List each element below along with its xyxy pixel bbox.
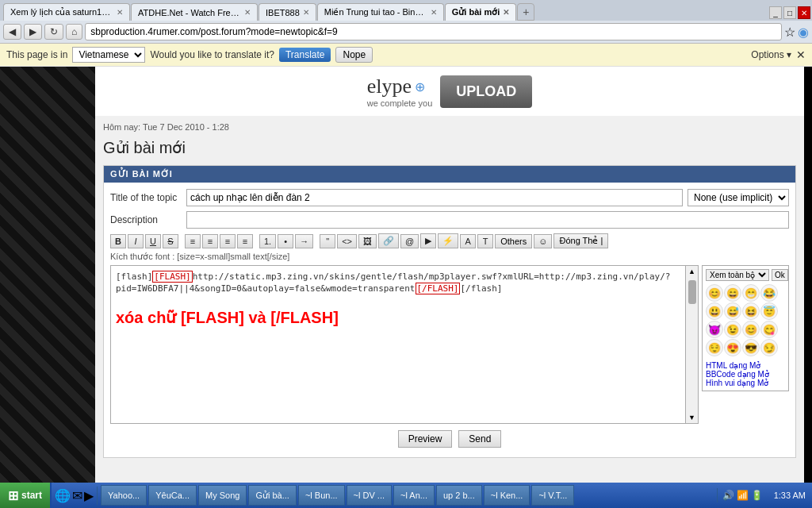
bbcode-link[interactable]: BBCode dạng Mở — [706, 370, 785, 379]
scroll-down-icon[interactable]: ▼ — [687, 412, 697, 423]
translate-button[interactable]: Translate — [279, 48, 331, 62]
align-left-button[interactable]: ≡ — [185, 234, 201, 248]
translate-close-icon[interactable]: ✕ — [796, 48, 806, 61]
emoji-cell[interactable]: 😁 — [742, 284, 760, 302]
taskbar-item-yahoo[interactable]: Yahoo... — [101, 485, 147, 506]
hinh-vui-link[interactable]: Hình vui dạng Mở — [706, 379, 785, 387]
tab-4-close[interactable]: ✕ — [431, 8, 437, 17]
underline-button[interactable]: U — [145, 234, 161, 248]
bold-button[interactable]: B — [110, 234, 126, 248]
translate-question: Would you like to translate it? — [150, 49, 274, 60]
taskbar-item-yeuca[interactable]: YêuCa... — [148, 485, 197, 506]
emoji-cell[interactable]: 😏 — [760, 339, 778, 356]
emoji-cell[interactable]: 😍 — [724, 339, 741, 356]
nope-button[interactable]: Nope — [335, 47, 373, 63]
date-line: Hôm nay: Tue 7 Dec 2010 - 1:28 — [103, 122, 796, 132]
send-button[interactable]: Send — [458, 430, 501, 448]
options-label[interactable]: Options ▾ — [751, 49, 791, 60]
unordered-list-button[interactable]: • — [278, 234, 293, 248]
emoji-cell[interactable]: 😅 — [724, 302, 741, 320]
align-justify-button[interactable]: ≡ — [237, 234, 253, 248]
tab-5-close[interactable]: ✕ — [503, 8, 509, 17]
emoji-cell[interactable]: 😆 — [742, 302, 760, 320]
bookmark-star-icon[interactable]: ☆ — [784, 25, 795, 40]
emoji-cell[interactable]: 😄 — [724, 284, 741, 302]
tray-icon-2[interactable]: 📶 — [737, 490, 749, 501]
title-input[interactable] — [186, 189, 683, 206]
taskbar-item-vt[interactable]: ~l V.T... — [531, 485, 574, 506]
media-icon[interactable]: ▶ — [84, 488, 94, 503]
tab-1-close[interactable]: ✕ — [117, 8, 123, 17]
taskbar-item-an[interactable]: ~l An... — [393, 485, 435, 506]
emoji-view-select[interactable]: Xem toàn bộ — [706, 269, 769, 281]
preview-button[interactable]: Preview — [398, 430, 453, 448]
size-button[interactable]: T — [477, 234, 493, 248]
img-button[interactable]: 🖼 — [358, 234, 377, 248]
tray-icon-1[interactable]: 🔊 — [722, 490, 734, 501]
emoji-cell[interactable]: 😊 — [742, 321, 760, 338]
ie-icon[interactable]: 🌐 — [55, 488, 71, 503]
taskbar-item-dv[interactable]: ~l DV ... — [347, 485, 392, 506]
tab-2[interactable]: ATDHE.Net - Watch Free Li... ✕ — [131, 3, 258, 21]
taskbar-item-mysong[interactable]: My Song — [198, 485, 247, 506]
editor-area[interactable]: [flash][FLASH]http://static.mp3.zing.vn/… — [110, 265, 686, 424]
email-icon[interactable]: ✉ — [72, 488, 82, 503]
emoji-cell[interactable]: 😋 — [760, 321, 778, 338]
indent-button[interactable]: → — [295, 234, 313, 248]
emoji-cell[interactable]: 😃 — [706, 302, 723, 320]
emoji-cell[interactable]: 😂 — [760, 284, 778, 302]
home-button[interactable]: ⌂ — [66, 24, 82, 40]
forward-button[interactable]: ▶ — [24, 24, 42, 40]
quote-button[interactable]: " — [320, 234, 335, 248]
tab-5[interactable]: Gửi bài mới ✕ — [445, 3, 516, 21]
editor-scrollbar[interactable]: ▲ ▼ — [686, 265, 699, 424]
ordered-list-button[interactable]: 1. — [259, 234, 276, 248]
emoji-cell[interactable]: 😊 — [706, 284, 723, 302]
tab-2-close[interactable]: ✕ — [244, 8, 251, 17]
emoji-cell[interactable]: 😈 — [706, 321, 723, 338]
quick-launch: 🌐 ✉ ▶ — [52, 487, 98, 505]
rss-icon[interactable]: ◉ — [798, 25, 809, 40]
scroll-up-icon[interactable]: ▲ — [687, 266, 697, 277]
address-bar[interactable] — [85, 23, 782, 40]
new-tab-button[interactable]: + — [517, 3, 534, 21]
align-center-button[interactable]: ≡ — [202, 234, 218, 248]
taskbar-item-up2b[interactable]: up 2 b... — [436, 485, 482, 506]
media-button[interactable]: ▶ — [420, 233, 436, 248]
taskbar-item-guibai[interactable]: Gửi bà... — [248, 485, 296, 506]
tab-3-close[interactable]: ✕ — [303, 8, 309, 17]
upload-button[interactable]: UPLOAD — [440, 75, 532, 108]
tab-4[interactable]: Miền Trung tui tao - Binz n'... ✕ — [317, 3, 444, 21]
url-button[interactable]: 🔗 — [378, 233, 399, 248]
color-button[interactable]: A — [460, 234, 476, 248]
align-right-button[interactable]: ≡ — [220, 234, 236, 248]
emoji-cell[interactable]: 😇 — [760, 302, 778, 320]
emoji-ok-button[interactable]: Ok — [772, 269, 788, 281]
emoji-cell[interactable]: 😎 — [742, 339, 760, 356]
title-select[interactable]: None (use implicit) — [688, 189, 789, 206]
minimize-button[interactable]: _ — [769, 6, 782, 19]
emoji-cell[interactable]: 😌 — [706, 339, 723, 356]
smiley-button[interactable]: ☺ — [534, 234, 552, 248]
email-button[interactable]: @ — [400, 234, 419, 248]
code-button[interactable]: <> — [337, 234, 357, 248]
back-button[interactable]: ◀ — [3, 24, 21, 40]
taskbar-item-bun[interactable]: ~l Bun... — [298, 485, 345, 506]
italic-button[interactable]: I — [128, 234, 144, 248]
start-button[interactable]: ⊞ start — [0, 483, 50, 508]
close-tag-button[interactable]: Đóng Thẻ | — [553, 233, 608, 248]
flash-button[interactable]: ⚡ — [438, 233, 458, 248]
strikethrough-button[interactable]: S — [163, 234, 178, 248]
maximize-button[interactable]: □ — [783, 6, 796, 19]
language-select[interactable]: Vietnamese — [72, 47, 145, 63]
tab-3[interactable]: IBET888 ✕ — [259, 3, 316, 21]
emoji-cell[interactable]: 😉 — [724, 321, 741, 338]
tray-icon-3[interactable]: 🔋 — [751, 490, 763, 501]
taskbar-item-ken[interactable]: ~l Ken... — [484, 485, 530, 506]
others-button[interactable]: Others — [495, 234, 532, 248]
tab-1[interactable]: Xem lý lịch của saturn1212 ✕ — [3, 3, 130, 21]
refresh-button[interactable]: ↻ — [44, 24, 63, 40]
close-button[interactable]: ✕ — [798, 6, 810, 19]
html-link[interactable]: HTML dạng Mở — [706, 361, 785, 370]
desc-input[interactable] — [186, 211, 789, 229]
